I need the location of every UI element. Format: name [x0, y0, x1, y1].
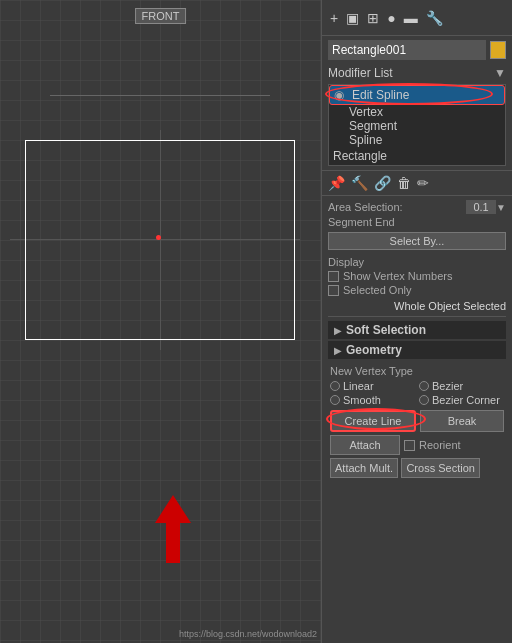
subpanel-toolbar: 📌 🔨 🔗 🗑 ✏	[322, 170, 512, 196]
linear-label: Linear	[343, 380, 374, 392]
reorient-checkbox[interactable]	[404, 440, 415, 451]
new-vertex-type-label: New Vertex Type	[330, 365, 504, 377]
edit-spline-wrapper: ◉ Edit Spline	[329, 85, 505, 105]
area-selection-label: Area Selection:	[328, 201, 466, 213]
viewport-label: FRONT	[135, 8, 187, 24]
properties-panel: Area Selection: 0.1 ▼ Segment End Select…	[322, 196, 512, 643]
area-selection-dropdown[interactable]: ▼	[496, 202, 506, 213]
watermark: https://blog.csdn.net/wodownload2	[179, 629, 317, 639]
select-by-button[interactable]: Select By...	[328, 232, 506, 250]
modifier-icon[interactable]: ▣	[344, 8, 361, 28]
soft-selection-title: Soft Selection	[346, 323, 426, 337]
link-icon[interactable]: 🔗	[374, 175, 391, 191]
display-title: Display	[328, 256, 506, 268]
linear-radio-row: Linear	[330, 380, 415, 392]
modifier-stack: ◉ Edit Spline Vertex Segment Spline Rect…	[328, 84, 506, 166]
modifier-spline[interactable]: Spline	[329, 133, 505, 147]
smooth-radio-row: Smooth	[330, 394, 415, 406]
sep1	[328, 316, 506, 317]
geometry-arrow: ▶	[334, 345, 342, 356]
show-vertex-checkbox[interactable]	[328, 271, 339, 282]
modifier-rectangle[interactable]: Rectangle	[329, 147, 505, 165]
panel-toolbar: + ▣ ⊞ ● ▬ 🔧	[322, 0, 512, 36]
selected-only-label: Selected Only	[343, 284, 411, 296]
segment-end-row: Segment End	[328, 216, 506, 228]
arrow-body	[166, 523, 180, 563]
modifier-dropdown-arrow[interactable]: ▼	[494, 66, 506, 80]
attach-row: Attach Reorient	[330, 435, 504, 455]
bezier-corner-radio[interactable]	[419, 395, 429, 405]
smooth-label: Smooth	[343, 394, 381, 406]
create-line-row: Create Line Break	[330, 410, 504, 432]
arrow-triangle	[155, 495, 191, 523]
bezier-corner-radio-row: Bezier Corner	[419, 394, 504, 406]
geometry-title: Geometry	[346, 343, 402, 357]
center-dot	[156, 235, 161, 240]
pin-icon[interactable]: 📌	[328, 175, 345, 191]
modifier-edit-spline[interactable]: ◉ Edit Spline	[329, 85, 505, 105]
whole-object-selected: Whole Object Selected	[328, 300, 506, 312]
segment-end-label: Segment End	[328, 216, 506, 228]
attach-mult-button[interactable]: Attach Mult.	[330, 458, 398, 478]
edit-spline-label: Edit Spline	[352, 88, 409, 102]
show-vertex-numbers-row: Show Vertex Numbers	[328, 270, 506, 282]
soft-selection-arrow: ▶	[334, 325, 342, 336]
trash-icon[interactable]: 🗑	[397, 175, 411, 191]
bezier-radio[interactable]	[419, 381, 429, 391]
geometry-section: New Vertex Type Linear Bezier Smooth B	[328, 361, 506, 482]
viewport[interactable]: FRONT https://blog.csdn.net/wodownload2	[0, 0, 322, 643]
show-vertex-label: Show Vertex Numbers	[343, 270, 452, 282]
utilities-icon[interactable]: 🔧	[424, 8, 445, 28]
area-selection-value[interactable]: 0.1	[466, 200, 496, 214]
motion-icon[interactable]: ●	[385, 8, 397, 28]
wrench-icon[interactable]: 🔨	[351, 175, 368, 191]
attach-button[interactable]: Attach	[330, 435, 400, 455]
object-name-input[interactable]	[328, 40, 486, 60]
rectangle-shape	[25, 140, 295, 340]
soft-selection-rollout[interactable]: ▶ Soft Selection	[328, 321, 506, 339]
edit-icon[interactable]: ✏	[417, 175, 429, 191]
geometry-rollout[interactable]: ▶ Geometry	[328, 341, 506, 359]
right-panel: + ▣ ⊞ ● ▬ 🔧 Modifier List ▼ ◉ Edit Splin…	[322, 0, 512, 643]
display-icon[interactable]: ▬	[402, 8, 420, 28]
add-icon[interactable]: +	[328, 8, 340, 28]
eye-icon[interactable]: ◉	[334, 88, 348, 102]
display-section: Display Show Vertex Numbers Selected Onl…	[328, 256, 506, 296]
bezier-radio-row: Bezier	[419, 380, 504, 392]
object-color-box[interactable]	[490, 41, 506, 59]
area-selection-row: Area Selection: 0.1 ▼	[328, 200, 506, 214]
modifier-segment[interactable]: Segment	[329, 119, 505, 133]
bezier-label: Bezier	[432, 380, 463, 392]
arrow-up-indicator	[155, 495, 191, 563]
linear-radio[interactable]	[330, 381, 340, 391]
selected-only-row: Selected Only	[328, 284, 506, 296]
name-row	[322, 36, 512, 64]
vertex-type-grid: Linear Bezier Smooth Bezier Corner	[330, 380, 504, 406]
modifier-vertex[interactable]: Vertex	[329, 105, 505, 119]
break-button[interactable]: Break	[420, 410, 504, 432]
bezier-corner-label: Bezier Corner	[432, 394, 500, 406]
create-line-button[interactable]: Create Line	[330, 410, 416, 432]
cross-section-button[interactable]: Cross Section	[401, 458, 479, 478]
modifier-list-label: Modifier List	[328, 66, 494, 80]
selected-only-checkbox[interactable]	[328, 285, 339, 296]
modifier-list-row[interactable]: Modifier List ▼	[322, 64, 512, 82]
reorient-label: Reorient	[419, 439, 461, 451]
hierarchy-icon[interactable]: ⊞	[365, 8, 381, 28]
axis-horizontal	[50, 95, 270, 96]
smooth-radio[interactable]	[330, 395, 340, 405]
